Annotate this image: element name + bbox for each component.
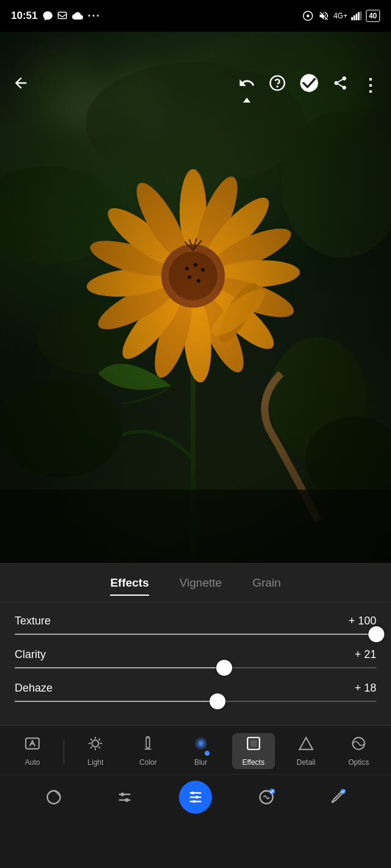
more-button[interactable]: ⋮ (362, 75, 379, 95)
tool-effects[interactable]: Effects (232, 733, 275, 769)
svg-point-81 (125, 798, 129, 802)
dehaze-label: Dehaze (15, 682, 53, 695)
svg-rect-4 (353, 15, 355, 20)
clarity-label: Clarity (15, 648, 46, 661)
svg-point-2 (306, 15, 309, 18)
tool-auto[interactable]: Auto (11, 733, 54, 769)
svg-marker-75 (299, 737, 313, 750)
clarity-value: + 21 (354, 648, 376, 661)
status-icons-left: ··· (42, 10, 100, 23)
notification-icon (57, 10, 68, 21)
blur-icon (193, 736, 209, 755)
svg-rect-52 (0, 32, 391, 563)
top-toolbar: ⋮ (0, 63, 391, 106)
tab-effects[interactable]: Effects (110, 576, 148, 596)
auto-icon (24, 736, 40, 755)
texture-track[interactable] (15, 634, 376, 635)
clarity-slider-row: Clarity + 21 (15, 648, 376, 668)
svg-line-64 (99, 747, 100, 748)
scene-svg (0, 32, 391, 563)
status-time: 10:51 (11, 10, 37, 22)
dehaze-value: + 18 (354, 682, 376, 695)
dehaze-thumb[interactable] (210, 693, 225, 709)
confirm-button[interactable] (299, 73, 319, 96)
texture-value: + 100 (348, 615, 376, 627)
color-icon (141, 736, 155, 755)
effects-icon (246, 736, 261, 755)
texture-thumb[interactable] (368, 626, 384, 642)
signal-icon (351, 11, 362, 21)
dehaze-fill (15, 701, 217, 702)
signal-text: 4G+ (334, 12, 348, 20)
svg-line-63 (91, 739, 92, 740)
undo-button[interactable] (238, 78, 255, 95)
dehaze-track[interactable] (15, 701, 376, 702)
tool-color[interactable]: Color (126, 733, 169, 769)
mute-icon (318, 10, 330, 21)
detail-icon (298, 736, 314, 755)
presets-button[interactable] (37, 781, 70, 814)
svg-rect-7 (360, 12, 362, 20)
detail-label: Detail (296, 758, 315, 767)
clarity-track[interactable] (15, 667, 376, 668)
texture-header: Texture + 100 (15, 615, 376, 627)
undo-indicator (243, 98, 250, 103)
svg-rect-3 (351, 17, 353, 20)
dehaze-slider-row: Dehaze + 18 (15, 682, 376, 702)
status-left: 10:51 ··· (11, 10, 101, 23)
brush-button[interactable] (321, 781, 354, 814)
svg-line-65 (99, 739, 100, 740)
photo-editor-area: ⋮ (0, 32, 391, 563)
svg-rect-6 (357, 12, 359, 21)
svg-point-85 (191, 792, 194, 795)
toolbar-right: ⋮ (238, 73, 379, 96)
bottom-tools: Auto (0, 725, 391, 774)
tool-detail[interactable]: Detail (285, 733, 327, 769)
svg-point-87 (192, 800, 196, 803)
edit-panel: Effects Vignette Grain Texture + 100 Cla… (0, 563, 391, 823)
blur-label: Blur (194, 758, 207, 767)
clarity-thumb[interactable] (216, 660, 232, 676)
clarity-header: Clarity + 21 (15, 648, 376, 661)
svg-point-80 (121, 792, 125, 796)
tool-divider (64, 739, 64, 764)
share-button[interactable] (332, 75, 348, 95)
tool-light[interactable]: Light (74, 733, 117, 769)
auto-label: Auto (25, 758, 40, 767)
selective-button[interactable] (250, 781, 283, 814)
light-label: Light (87, 758, 103, 767)
optics-icon (351, 736, 367, 755)
very-bottom-nav (0, 774, 391, 823)
cloud-icon (71, 10, 84, 21)
photo-background (0, 32, 391, 563)
svg-line-66 (91, 747, 92, 748)
color-label: Color (139, 758, 157, 767)
svg-point-58 (92, 740, 99, 747)
svg-rect-5 (356, 13, 357, 20)
clarity-fill (15, 667, 224, 668)
undo-container (238, 74, 255, 95)
effects-sub-tabs: Effects Vignette Grain (0, 563, 391, 602)
more-dots: ··· (87, 10, 100, 23)
sliders-section: Texture + 100 Clarity + 21 Dehaze + (0, 602, 391, 725)
filter-button[interactable] (179, 781, 212, 814)
toolbar-left (12, 74, 29, 95)
status-bar: 10:51 ··· 4G+ (0, 0, 391, 32)
accessibility-icon (302, 10, 314, 21)
help-button[interactable] (269, 74, 286, 95)
effects-label: Effects (242, 758, 264, 767)
back-button[interactable] (12, 74, 29, 95)
messenger-icon (42, 10, 53, 21)
tool-blur[interactable]: Blur (180, 733, 222, 769)
texture-fill (15, 634, 376, 635)
light-icon (87, 736, 103, 755)
texture-slider-row: Texture + 100 (15, 615, 376, 635)
tab-vignette[interactable]: Vignette (180, 576, 222, 596)
adjustments-button[interactable] (108, 781, 141, 814)
blur-dot (204, 750, 210, 756)
tab-grain[interactable]: Grain (252, 576, 280, 596)
tools-row: Auto (0, 733, 391, 769)
status-right: 4G+ 40 (302, 10, 380, 22)
tool-optics[interactable]: Optics (337, 733, 380, 769)
dehaze-header: Dehaze + 18 (15, 682, 376, 695)
